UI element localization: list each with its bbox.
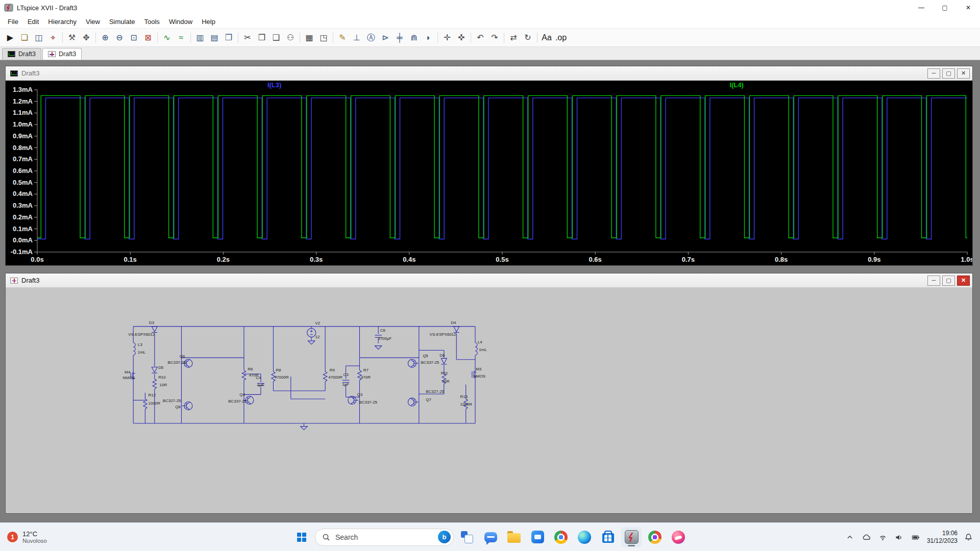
menu-help[interactable]: Help xyxy=(197,15,220,28)
component-label: Q3 xyxy=(357,392,363,397)
task-view-button[interactable] xyxy=(457,527,477,547)
tray-date: 31/12/2023 xyxy=(927,537,958,545)
menu-file[interactable]: File xyxy=(3,15,23,28)
toolbar-move-button[interactable]: ✛ xyxy=(440,31,454,45)
tab-draft3-schematic[interactable]: Draft3 xyxy=(42,48,82,60)
volume-button[interactable] xyxy=(894,532,904,542)
toolbar-open-button[interactable]: ❏ xyxy=(17,31,32,45)
blue-app-button[interactable] xyxy=(527,527,548,547)
component-label: Q4 xyxy=(239,392,245,397)
tab-draft3-waveform[interactable]: Draft3 xyxy=(2,48,41,60)
toolbar-zoom-out-button[interactable]: ⊖ xyxy=(112,31,127,45)
toolbar-zoom-in-button[interactable]: ⊕ xyxy=(98,31,112,45)
menu-view[interactable]: View xyxy=(81,15,105,28)
window-minimize-button[interactable]: — xyxy=(910,0,933,15)
window-close-button[interactable]: ✕ xyxy=(957,0,980,15)
taskbar-clock[interactable]: 19:06 31/12/2023 xyxy=(927,530,958,545)
window-controls: — ▢ ✕ xyxy=(910,0,980,15)
toolbar-probe-button[interactable]: ⌖ xyxy=(46,31,60,45)
toolbar-paste-button[interactable]: ❑ xyxy=(269,31,283,45)
menu-window[interactable]: Window xyxy=(164,15,197,28)
toolbar-diode-button[interactable]: ⊳ xyxy=(378,31,393,45)
chrome-button[interactable] xyxy=(551,527,571,547)
x-tick-label: 0.4s xyxy=(403,256,415,263)
toolbar-cut-button[interactable]: ✂ xyxy=(240,31,255,45)
component-label: M4 xyxy=(125,370,131,374)
toolbar-separator xyxy=(333,33,333,43)
resistor-symbol xyxy=(323,371,327,382)
taskbar-search[interactable]: Search b xyxy=(315,529,454,546)
waveform-minimize-button[interactable]: ─ xyxy=(927,68,940,79)
toolbar-autorange-button[interactable]: ∿ xyxy=(160,31,174,45)
window-maximize-button[interactable]: ▢ xyxy=(933,0,957,15)
toolbar-find-button[interactable]: ⚇ xyxy=(283,31,298,45)
toolbar-label-button[interactable]: Ⓐ xyxy=(364,31,378,45)
menu-hierarchy[interactable]: Hierarchy xyxy=(43,15,81,28)
waveform-close-button[interactable]: ✕ xyxy=(957,68,970,79)
browser2-button[interactable] xyxy=(645,527,665,547)
menu-bar: FileEditHierarchyViewSimulateToolsWindow… xyxy=(0,15,980,29)
weather-widget[interactable]: 1 12°C Nuvoloso xyxy=(7,530,47,544)
waveform-maximize-button[interactable]: ▢ xyxy=(942,68,955,79)
tray-overflow-button[interactable] xyxy=(845,532,855,542)
toolbar-save-button[interactable]: ◫ xyxy=(32,31,46,45)
toolbar-rotate-button[interactable]: ↻ xyxy=(521,31,535,45)
onedrive-button[interactable] xyxy=(861,532,872,542)
waveform-plot-area[interactable]: 1.3mA1.2mA1.1mA1.0mA0.9mA0.8mA0.7mA0.6mA… xyxy=(6,81,972,265)
bing-icon[interactable]: b xyxy=(438,531,451,543)
file-explorer-button[interactable] xyxy=(504,527,524,547)
waveform-plot[interactable]: 1.3mA1.2mA1.1mA1.0mA0.9mA0.8mA0.7mA0.6mA… xyxy=(6,81,972,265)
windows-logo-icon xyxy=(297,533,306,542)
menu-tools[interactable]: Tools xyxy=(140,15,164,28)
ltspice-taskbar-button[interactable] xyxy=(621,527,642,547)
toolbar-inductor-button[interactable]: ⋒ xyxy=(407,31,421,45)
bell-icon xyxy=(964,533,973,541)
wifi-icon xyxy=(878,533,887,541)
toolbar-drag-button[interactable]: ✜ xyxy=(454,31,469,45)
schematic-window-titlebar[interactable]: Draft3 ─ ▢ ✕ xyxy=(6,273,972,288)
battery-button[interactable] xyxy=(910,532,921,542)
notifications-button[interactable] xyxy=(963,532,974,542)
toolbar-cascade-button[interactable]: ❐ xyxy=(222,31,236,45)
edge-button[interactable] xyxy=(574,527,595,547)
start-button[interactable] xyxy=(291,527,312,547)
toolbar-tile-vertical-button[interactable]: ▥ xyxy=(193,31,207,45)
component-label: V2 xyxy=(315,321,321,325)
toolbar-zoom-full-button[interactable]: ⊠ xyxy=(141,31,155,45)
toolbar-tile-horizontal-button[interactable]: ▤ xyxy=(207,31,222,45)
component-label: 47000R xyxy=(328,375,342,380)
toolbar-text-button[interactable]: Aa xyxy=(540,31,554,45)
schematic-maximize-button[interactable]: ▢ xyxy=(942,276,955,286)
component-label: D6 xyxy=(439,353,445,358)
toolbar-ground-button[interactable]: ⊥ xyxy=(350,31,364,45)
toolbar-capacitor-button[interactable]: ╪ xyxy=(393,31,407,45)
toolbar-wire-button[interactable]: ✎ xyxy=(335,31,350,45)
chat-button[interactable] xyxy=(480,527,501,547)
toolbar-redo-button[interactable]: ↷ xyxy=(487,31,502,45)
tab-bar: Draft3 Draft3 xyxy=(0,47,980,60)
toolbar-copy-button[interactable]: ❒ xyxy=(255,31,269,45)
schematic-close-button[interactable]: ✕ xyxy=(957,276,970,286)
store-button[interactable] xyxy=(598,527,618,547)
wifi-button[interactable] xyxy=(877,532,888,542)
toolbar-zoom-area-button[interactable]: ⊡ xyxy=(127,31,141,45)
toolbar-fft-button[interactable]: ≈ xyxy=(174,31,188,45)
toolbar-component-button[interactable]: ◗ xyxy=(421,31,435,45)
toolbar-print-button[interactable]: ▦ xyxy=(302,31,316,45)
toolbar-mirror-button[interactable]: ⇄ xyxy=(506,31,521,45)
waveform-window-titlebar[interactable]: Draft3 ─ ▢ ✕ xyxy=(6,66,972,81)
toolbar-control-panel-button[interactable]: ⚒ xyxy=(65,31,79,45)
toolbar-run-button[interactable]: ▶ xyxy=(3,31,17,45)
toolbar-print-preview-button[interactable]: ◳ xyxy=(316,31,331,45)
schematic-drawing[interactable]: D3VS-ESPX6012L31mLM4NMOSD5R1010RQ6BC337-… xyxy=(119,316,500,438)
toolbar-undo-button[interactable]: ↶ xyxy=(473,31,487,45)
schematic-minimize-button[interactable]: ─ xyxy=(927,276,940,286)
toolbar-spice-directive-button[interactable]: .op xyxy=(554,31,568,45)
menu-simulate[interactable]: Simulate xyxy=(105,15,140,28)
mail-app-button[interactable] xyxy=(668,527,689,547)
edge-icon xyxy=(578,531,591,544)
toolbar-separator xyxy=(157,33,158,43)
schematic-canvas[interactable]: D3VS-ESPX6012L31mLM4NMOSD5R1010RQ6BC337-… xyxy=(6,288,972,513)
toolbar-pan-button[interactable]: ✥ xyxy=(79,31,93,45)
menu-edit[interactable]: Edit xyxy=(23,15,43,28)
